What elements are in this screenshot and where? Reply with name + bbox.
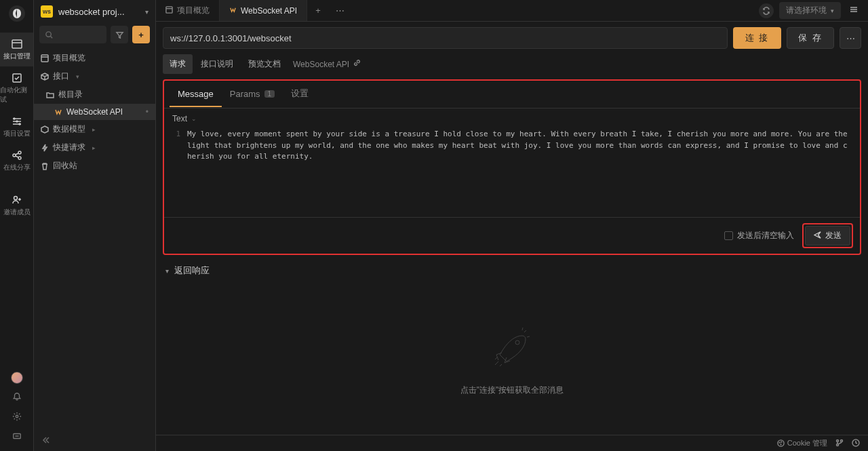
project-name: websocket proj...	[58, 7, 137, 17]
tabs-bar: 项目概览 WebSocket API + ⋯ 请选择环境 ▾	[156, 0, 868, 22]
format-selector[interactable]: Text ⌄	[164, 109, 860, 129]
tab-label: Params	[230, 89, 260, 99]
rail-api-management[interactable]: 接口管理	[0, 33, 33, 66]
svg-point-14	[515, 340, 519, 345]
folder-icon	[46, 91, 54, 99]
checkbox-icon	[724, 231, 733, 240]
sidebar: ws websocket proj... ▾ + 项目概览 接口 ▾	[34, 0, 156, 451]
rail-label: 自动化测试	[0, 85, 33, 104]
tree-project-overview[interactable]: 项目概览	[34, 49, 155, 67]
status-bar: Cookie 管理	[156, 435, 868, 451]
tab-websocket-api[interactable]: WebSocket API	[220, 0, 307, 21]
rail-online-share[interactable]: 在线分享	[0, 144, 33, 178]
tree-label: 快捷请求	[53, 142, 85, 153]
env-label: 请选择环境	[786, 5, 827, 16]
tree-quick-request[interactable]: 快捷请求 ▸	[34, 138, 155, 157]
msg-tab-message[interactable]: Message	[170, 82, 222, 107]
msg-tab-params[interactable]: Params 1	[222, 82, 283, 107]
svg-point-8	[14, 197, 17, 200]
chevron-right-icon: ▸	[92, 144, 96, 151]
tree-label: 接口	[53, 71, 69, 82]
connect-button[interactable]: 连 接	[733, 27, 782, 49]
api-name: WebSocket API	[293, 60, 349, 69]
tree-label: WebSocket API	[66, 107, 123, 117]
add-tab-button[interactable]: +	[307, 5, 329, 16]
filter-button[interactable]	[111, 26, 128, 43]
svg-rect-13	[166, 6, 172, 12]
websocket-icon	[229, 6, 237, 16]
svg-point-19	[837, 439, 839, 442]
user-avatar[interactable]	[11, 372, 23, 384]
chevron-down-icon: ▾	[165, 267, 169, 275]
editor-footer: 发送后清空输入 发送	[164, 217, 860, 254]
tree-root-folder[interactable]: 根目录	[34, 85, 155, 104]
test-icon	[11, 72, 23, 84]
rail-automation-test[interactable]: 自动化测试	[0, 66, 33, 110]
svg-point-7	[18, 157, 21, 159]
subtab-request[interactable]: 请求	[163, 54, 193, 74]
project-selector[interactable]: ws websocket proj... ▾	[34, 0, 155, 23]
more-button[interactable]: ⋯	[840, 27, 861, 49]
url-input[interactable]: ws://127.0.0.1:3001/websocket	[163, 27, 728, 49]
overview-icon	[41, 54, 49, 62]
tab-more-button[interactable]: ⋯	[329, 5, 351, 16]
subtab-preview-doc[interactable]: 预览文档	[241, 54, 288, 74]
rocket-icon	[485, 322, 539, 376]
tree-data-model[interactable]: 数据模型 ▸	[34, 120, 155, 138]
cookie-manage-link[interactable]: Cookie 管理	[777, 438, 827, 448]
svg-point-15	[778, 440, 784, 446]
svg-point-17	[781, 442, 782, 442]
invite-icon	[11, 194, 23, 206]
environment-selector[interactable]: 请选择环境 ▾	[779, 2, 841, 19]
sync-button[interactable]	[759, 3, 774, 18]
app-logo[interactable]	[9, 5, 25, 22]
svg-point-9	[16, 415, 18, 418]
share-icon	[11, 149, 23, 161]
rail-label: 接口管理	[3, 52, 31, 61]
params-count-badge: 1	[264, 90, 275, 98]
chevron-down-icon: ▾	[831, 7, 834, 14]
svg-rect-0	[12, 40, 22, 48]
hamburger-menu[interactable]	[846, 5, 861, 16]
svg-point-6	[18, 151, 21, 154]
rail-project-settings[interactable]: 项目设置	[0, 110, 33, 144]
msg-tab-settings[interactable]: 设置	[283, 81, 317, 108]
tree-websocket-api[interactable]: WebSocket API •	[34, 104, 155, 120]
tree-recycle-bin[interactable]: 回收站	[34, 157, 155, 175]
tree-label: 项目概览	[53, 52, 85, 64]
add-button[interactable]: +	[132, 26, 150, 43]
svg-rect-12	[41, 55, 48, 62]
format-label: Text	[172, 114, 187, 123]
tab-project-overview[interactable]: 项目概览	[156, 0, 220, 21]
model-icon	[41, 125, 49, 134]
save-button[interactable]: 保 存	[787, 27, 834, 49]
svg-point-16	[779, 442, 780, 443]
subtab-description[interactable]: 接口说明	[194, 54, 240, 74]
websocket-icon	[54, 108, 62, 116]
send-button[interactable]: 发送	[805, 226, 850, 246]
left-rail: 接口管理 自动化测试 项目设置 在线分享 邀请成员	[0, 0, 34, 451]
chevron-down-icon: ▾	[76, 73, 79, 80]
clear-after-send-checkbox[interactable]: 发送后清空输入	[724, 230, 794, 241]
project-icon: ws	[41, 5, 53, 18]
api-name-link[interactable]: WebSocket API	[293, 60, 361, 69]
svg-point-21	[841, 439, 843, 442]
chevron-down-icon: ▾	[145, 8, 149, 16]
chevron-right-icon: ▸	[92, 126, 96, 133]
search-input[interactable]	[39, 26, 106, 43]
link-icon	[353, 60, 361, 68]
response-header[interactable]: ▾ 返回响应	[156, 258, 868, 283]
tree-label: 回收站	[53, 160, 77, 172]
collapse-sidebar-icon[interactable]	[41, 435, 50, 447]
clock-icon[interactable]	[852, 439, 860, 448]
box-icon	[41, 73, 49, 81]
help-icon[interactable]	[12, 431, 22, 443]
git-branch-icon[interactable]	[835, 439, 844, 448]
send-icon	[814, 231, 821, 241]
bell-icon[interactable]	[12, 392, 22, 404]
tree-api[interactable]: 接口 ▾	[34, 67, 155, 85]
gear-icon[interactable]	[12, 412, 22, 423]
api-icon	[11, 38, 23, 50]
message-editor[interactable]: 1 My love, every moment spent by your si…	[164, 129, 860, 217]
rail-invite-members[interactable]: 邀请成员	[0, 189, 33, 222]
